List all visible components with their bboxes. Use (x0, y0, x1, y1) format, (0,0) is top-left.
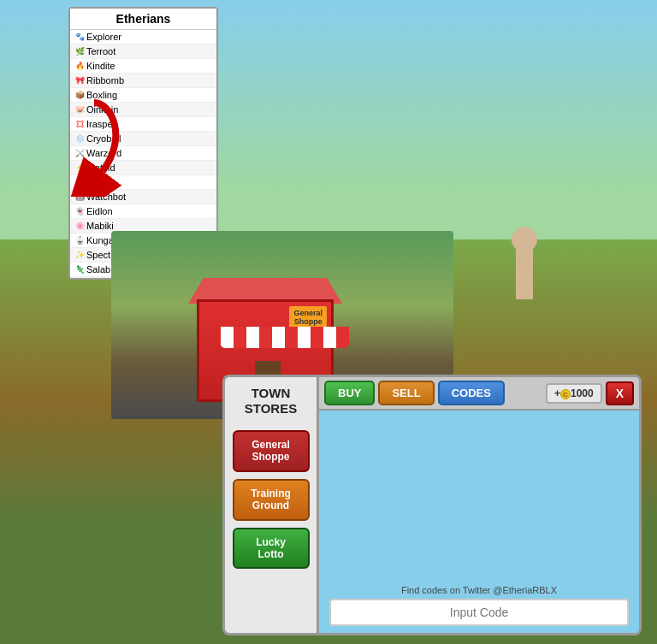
pokemon-icon: 🥋 (75, 236, 84, 245)
pokemon-icon: 💢 (75, 120, 84, 128)
close-button[interactable]: X (606, 381, 634, 405)
pokemon-icon: 🦎 (75, 265, 84, 274)
shop-toolbar: BUY SELL CODES +C1000 X (319, 377, 639, 411)
sell-button[interactable]: SELL (378, 381, 434, 405)
pokemon-name: Jardrix (86, 177, 115, 187)
pokemon-icon: 🌿 (75, 47, 84, 56)
pokemon-name: Terroot (86, 46, 115, 56)
pokemon-name: Oinkoin (86, 104, 118, 115)
pokemon-name: Eletoid (86, 162, 115, 173)
pokemon-icon: 🌵 (75, 178, 84, 186)
list-item: 🌿Terroot (70, 44, 216, 59)
pokemon-name: Explorer (86, 32, 121, 42)
town-stores-title: TOWNSTORES (245, 386, 297, 417)
codes-button[interactable]: CODES (438, 381, 505, 405)
pokemon-icon: ❄️ (75, 134, 84, 143)
windmill (503, 231, 546, 299)
general-shoppe-button[interactable]: GeneralShoppe (233, 430, 310, 472)
store-sign: GeneralShoppe (289, 306, 327, 328)
pokemon-name: Watchbot (86, 192, 126, 202)
shop-content: Find codes on Twitter @EtheriaRBLX (319, 411, 639, 633)
pokemon-icon: ✨ (75, 251, 84, 259)
coin-icon: C (560, 389, 571, 399)
pokemon-name: Boxling (86, 90, 117, 100)
pokemon-icon: 🐾 (75, 32, 84, 41)
list-item: ❄️Cryoball (70, 132, 216, 146)
shop-container: TOWNSTORES GeneralShoppe TrainingGround … (222, 375, 642, 635)
pokemon-name: Kindite (86, 61, 115, 71)
list-item: 🐾Explorer (70, 30, 216, 44)
etherians-title: Etherians (70, 9, 216, 30)
pokemon-name: Irasper (86, 119, 115, 129)
list-item: 💢Irasper (70, 117, 216, 132)
pokemon-name: Cryoball (86, 133, 121, 144)
list-item: 🤖Watchbot (70, 190, 216, 204)
pokemon-name: Ribbomb (86, 75, 124, 86)
pokemon-icon: 🔥 (75, 62, 84, 70)
training-ground-button[interactable]: TrainingGround (233, 479, 310, 521)
pokemon-name: Eidlon (86, 206, 113, 216)
pokemon-icon: 🎀 (75, 76, 84, 85)
pokemon-icon: 📦 (75, 91, 84, 99)
currency-display: +C1000 (546, 383, 602, 404)
store-awning (221, 327, 349, 348)
windmill-body (516, 248, 533, 299)
town-stores-sidebar: TOWNSTORES GeneralShoppe TrainingGround … (222, 375, 317, 635)
list-item: 👻Eidlon (70, 204, 216, 219)
lucky-lotto-button[interactable]: LuckyLotto (233, 528, 310, 570)
pokemon-icon: 👻 (75, 207, 84, 216)
pokemon-icon: ⚔️ (75, 149, 84, 157)
pokemon-name: Warzerd (86, 148, 121, 158)
pokemon-icon: ⚡ (75, 163, 84, 172)
list-item: 🌵Jardrix (70, 175, 216, 190)
pokemon-icon: 🤖 (75, 192, 84, 201)
pokemon-icon: 🐷 (75, 105, 84, 114)
list-item: 🔥Kindite (70, 59, 216, 74)
pokemon-icon: 🌸 (75, 222, 84, 230)
list-item: 📦Boxling (70, 88, 216, 103)
shop-panel: BUY SELL CODES +C1000 X Find codes on Tw… (317, 375, 642, 635)
twitter-hint: Find codes on Twitter @EtheriaRBLX (329, 585, 629, 595)
list-item: 🎀Ribbomb (70, 74, 216, 88)
pokemon-name: Mabiki (86, 221, 114, 231)
code-input[interactable] (329, 599, 629, 626)
list-item: ⚡Eletoid (70, 161, 216, 175)
buy-button[interactable]: BUY (324, 381, 375, 405)
currency-prefix: + (554, 387, 560, 399)
list-item: 🐷Oinkoin (70, 103, 216, 117)
currency-amount: 1000 (571, 387, 594, 399)
list-item: ⚔️Warzerd (70, 146, 216, 161)
